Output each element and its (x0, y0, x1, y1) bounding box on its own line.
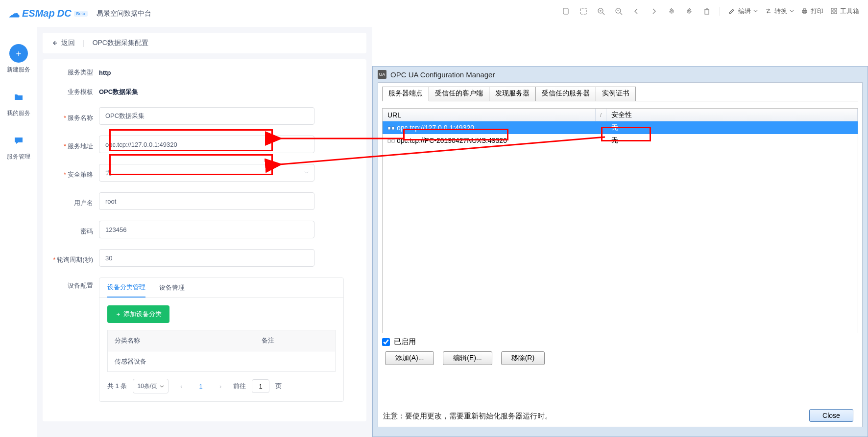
col-remark: 备注 (255, 330, 335, 351)
sidebar-item-label: 新建服务 (7, 66, 30, 74)
app-logo[interactable]: ☁ ESMapDC Beta (9, 7, 88, 20)
add-category-button[interactable]: ＋ 添加设备分类 (107, 305, 169, 323)
tab-trusted-clients[interactable]: 受信任的客户端 (429, 87, 489, 101)
list-row[interactable]: opc.tcp://127.0.0.1:49320 无 (383, 121, 858, 134)
enabled-label: 已启用 (394, 337, 416, 346)
device-config-panel: 设备分类管理 设备管理 ＋ 添加设备分类 分类名称 备注 (99, 277, 344, 402)
svg-rect-24 (392, 139, 394, 142)
select-icon[interactable] (579, 7, 588, 16)
service-name-input[interactable] (99, 107, 314, 125)
cell-name: 传感器设备 (108, 351, 255, 371)
biz-template-label: 业务模板 (52, 88, 99, 96)
col-name: 分类名称 (108, 330, 255, 351)
button-row: 添加(A)... 编辑(E)... 移除(R) (385, 351, 858, 365)
chevron-down-icon: ﹀ (304, 169, 310, 177)
sidebar-item-service-mgmt[interactable]: 服务管理 (5, 129, 32, 163)
pager-page-suffix: 页 (275, 382, 282, 391)
svg-rect-18 (835, 12, 837, 14)
print-label: 打印 (811, 7, 823, 16)
convert-label: 转换 (774, 7, 787, 16)
enabled-row: 已启用 (382, 337, 858, 346)
cell-url: opc.tcp://127.0.0.1:49320 (383, 124, 606, 132)
service-name-label: *服务名称 (52, 114, 99, 122)
device-config-label: 设备配置 (52, 281, 99, 290)
chat-icon (9, 131, 28, 150)
edit-dropdown[interactable]: 编辑 (728, 7, 758, 16)
toolbar-nav-group (561, 7, 711, 16)
note-text: 注意：要使用更改，需要重新初始化服务器运行时。 (383, 412, 552, 421)
header-security[interactable]: 安全性 (606, 109, 858, 121)
svg-rect-13 (803, 9, 806, 10)
logo-dc: DC (57, 8, 72, 19)
config-form: 服务类型 http 业务模板 OPC数据采集 *服务名称 *服务地址 *安全策略 (43, 59, 366, 421)
tab-discovery-servers[interactable]: 发现服务器 (489, 87, 536, 101)
plus-icon: ＋ (9, 44, 28, 63)
list-headers: URL / 安全性 (383, 109, 858, 121)
sidebar-item-new-service[interactable]: ＋ 新建服务 (5, 42, 32, 76)
pager-size-select[interactable]: 10条/页 (133, 379, 169, 393)
category-table: 分类名称 备注 传感器设备 (107, 330, 336, 372)
remove-button[interactable]: 移除(R) (501, 351, 545, 365)
edit-button[interactable]: 编辑(E)... (443, 351, 492, 365)
rotate-right-icon[interactable] (685, 7, 694, 16)
service-addr-label: *服务地址 (52, 142, 99, 151)
security-value[interactable] (99, 164, 314, 182)
tab-instance-cert[interactable]: 实例证书 (596, 87, 636, 101)
app-header: ☁ ESMapDC Beta 易景空间数据中台 (0, 0, 372, 27)
window-tabs: 服务器端点 受信任的客户端 发现服务器 受信任的服务器 实例证书 (382, 87, 862, 101)
table-head: 分类名称 备注 (108, 330, 335, 351)
breadcrumb: 返回 | OPC数据采集配置 (43, 33, 366, 53)
pager-next-button[interactable]: › (214, 379, 227, 393)
hand-icon[interactable] (561, 7, 570, 16)
header-sort-icon[interactable]: / (596, 109, 606, 121)
prev-icon[interactable] (632, 7, 641, 16)
tab-trusted-servers[interactable]: 受信任的服务器 (535, 87, 596, 101)
header-url[interactable]: URL (383, 109, 596, 121)
convert-icon (765, 7, 772, 15)
password-input[interactable] (99, 221, 314, 238)
sidebar-item-my-service[interactable]: 我的服务 (5, 85, 32, 120)
pager-prev-button[interactable]: ‹ (174, 379, 188, 393)
viewer-toolbar: 编辑 转换 打印 工具箱 (372, 0, 868, 22)
username-input[interactable] (99, 192, 314, 210)
tab-underline (382, 101, 858, 101)
cell-security: 无 (606, 136, 858, 145)
left-app: ☁ ESMapDC Beta 易景空间数据中台 ＋ 新建服务 我的服务 服务管理 (0, 0, 372, 437)
svg-rect-15 (831, 8, 833, 10)
svg-rect-0 (563, 8, 568, 14)
enabled-checkbox[interactable] (382, 338, 390, 346)
print-icon (801, 7, 808, 15)
tab-device-category[interactable]: 设备分类管理 (107, 278, 145, 298)
cell-remark (255, 351, 335, 371)
endpoint-icon (387, 138, 395, 143)
back-button[interactable]: 返回 (51, 39, 75, 47)
tab-device-mgmt[interactable]: 设备管理 (159, 278, 185, 298)
pager-goto-input[interactable] (252, 379, 269, 393)
page-title: OPC数据采集配置 (93, 39, 148, 47)
svg-rect-1 (580, 8, 586, 14)
poll-input[interactable] (99, 249, 314, 267)
next-icon[interactable] (650, 7, 658, 16)
zoom-out-icon[interactable] (614, 7, 623, 16)
tab-server-endpoints[interactable]: 服务器端点 (382, 87, 429, 101)
list-row[interactable]: opc.tcp://PC-20190427NUXS:49320 无 (383, 134, 858, 147)
pager-total: 共 1 条 (107, 382, 127, 391)
app-icon: UA (378, 70, 386, 79)
window-client: 服务器端点 受信任的客户端 发现服务器 受信任的服务器 实例证书 URL / 安… (378, 82, 863, 427)
rotate-left-icon[interactable] (667, 7, 676, 16)
add-button[interactable]: 添加(A)... (385, 351, 434, 365)
service-addr-input[interactable] (99, 136, 314, 153)
pager-current[interactable]: 1 (194, 379, 208, 393)
convert-dropdown[interactable]: 转换 (765, 7, 794, 16)
close-button[interactable]: Close (809, 409, 853, 422)
delete-icon[interactable] (702, 7, 711, 16)
toolbox-button[interactable]: 工具箱 (830, 7, 859, 16)
table-row[interactable]: 传感器设备 (108, 351, 335, 371)
security-select[interactable]: ﹀ (99, 164, 314, 182)
print-button[interactable]: 打印 (801, 7, 823, 16)
endpoint-icon (387, 125, 395, 131)
password-label: 密码 (52, 227, 99, 236)
zoom-in-icon[interactable] (597, 7, 605, 16)
device-tabs: 设备分类管理 设备管理 (99, 278, 343, 298)
cell-url: opc.tcp://PC-20190427NUXS:49320 (383, 137, 606, 144)
